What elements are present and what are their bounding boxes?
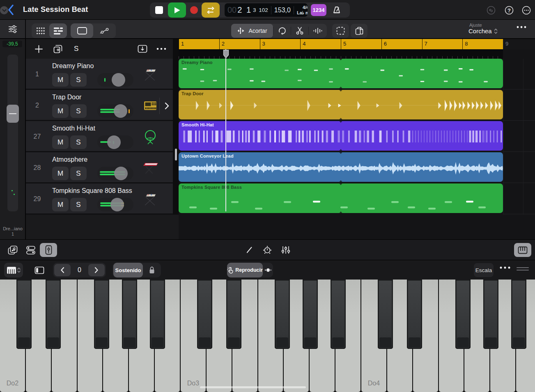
black-key[interactable] — [197, 280, 212, 349]
mute-button[interactable]: M — [52, 167, 69, 180]
toolbar-more-button[interactable] — [516, 25, 527, 29]
track-volume-slider[interactable] — [97, 73, 133, 87]
region-bass-dashes[interactable]: Tompkins Square 808 Bass — [179, 183, 503, 213]
drawer-resize-handle[interactable] — [517, 267, 529, 271]
solo-button[interactable]: S — [70, 73, 87, 87]
track-icon[interactable] — [140, 98, 161, 114]
track-header-row[interactable]: 1 Dreamy Piano M S — [26, 59, 173, 90]
pencil-tool-button[interactable] — [241, 243, 258, 257]
title-menu-button[interactable] — [0, 6, 8, 14]
black-key[interactable] — [226, 280, 241, 349]
mute-button[interactable]: M — [52, 135, 69, 149]
solo-button[interactable]: S — [70, 135, 87, 149]
track-header-row[interactable]: 28 Atmosphere M S — [26, 152, 173, 183]
lcd-display[interactable]: 00 2 1 3 102 153,0 4/4 La♭ men — [225, 3, 308, 17]
timeline-ruler[interactable]: 123456789 — [179, 39, 535, 49]
track-icon[interactable] — [140, 191, 161, 208]
region-midi-dashes[interactable]: Dreamy Piano — [179, 59, 503, 88]
count-in-button[interactable]: 1234 — [311, 4, 326, 16]
sustain-lock-button[interactable] — [143, 266, 161, 274]
solo-header-label[interactable]: S — [74, 45, 78, 53]
playhead-handle[interactable] — [223, 50, 230, 59]
metronome-button[interactable] — [328, 3, 345, 17]
track-volume-slider[interactable] — [97, 167, 133, 180]
track-more-icon[interactable] — [156, 48, 166, 50]
mute-button[interactable]: M — [52, 104, 69, 118]
black-key[interactable] — [378, 280, 393, 349]
track-volume-slider[interactable] — [97, 104, 133, 118]
keyboard-toggle-button[interactable] — [514, 243, 531, 257]
piano-keyboard[interactable]: Do2Do3Do4 — [0, 280, 535, 392]
loop-region-button[interactable] — [273, 24, 291, 38]
black-key[interactable] — [122, 280, 137, 349]
black-key[interactable] — [46, 280, 61, 349]
mute-button[interactable]: M — [52, 73, 69, 87]
black-key[interactable] — [511, 280, 526, 349]
black-key[interactable] — [94, 280, 109, 349]
track-name[interactable]: Smooth Hi-Hat — [52, 125, 95, 132]
region-waveform[interactable]: Uptown Conveyor Lead — [179, 152, 503, 182]
automation-tool-button[interactable] — [93, 23, 116, 38]
black-key[interactable] — [407, 280, 422, 349]
mute-button[interactable]: M — [52, 198, 69, 211]
marquee-button[interactable] — [332, 24, 349, 38]
master-volume-handle[interactable] — [7, 105, 19, 123]
black-key[interactable] — [331, 280, 346, 349]
keyboard-more-button[interactable] — [499, 266, 511, 269]
black-key[interactable] — [16, 280, 32, 349]
volume-knob[interactable] — [107, 135, 121, 149]
black-key[interactable] — [150, 280, 165, 349]
undo-button[interactable] — [487, 6, 496, 15]
volume-knob[interactable] — [114, 167, 128, 180]
track-icon[interactable] — [140, 66, 161, 83]
black-key[interactable] — [455, 280, 471, 349]
track-header-row[interactable]: 29 Tompkins Square 808 Bass M S — [26, 183, 173, 215]
octave-down-button[interactable] — [54, 264, 71, 276]
track-volume-slider[interactable] — [97, 135, 133, 149]
track-detail-chevron[interactable] — [161, 98, 172, 114]
back-button[interactable] — [7, 5, 14, 15]
solo-button[interactable]: S — [70, 167, 87, 180]
play-mode-button[interactable]: Reproducir — [227, 263, 263, 277]
paste-button[interactable] — [351, 24, 367, 38]
solo-button[interactable]: S — [70, 198, 87, 211]
track-header-row[interactable]: 27 Smooth Hi-Hat M S — [26, 121, 173, 152]
mixer-button[interactable] — [277, 243, 294, 257]
browser-button[interactable] — [22, 243, 39, 257]
trim-button[interactable]: Acortar — [231, 24, 273, 38]
level-faders-icon[interactable] — [8, 25, 18, 34]
keyboard-type-button[interactable] — [4, 263, 23, 277]
glide-mode-button[interactable] — [263, 268, 273, 273]
track-header-row[interactable]: 2 Trap Door M S — [26, 90, 173, 121]
record-button[interactable] — [186, 2, 202, 18]
sustain-button[interactable]: Sostenido — [113, 263, 143, 277]
region-hihat-bars[interactable]: Smooth Hi-Hat — [179, 121, 503, 151]
stop-button[interactable] — [150, 2, 168, 18]
track-name[interactable]: Atmosphere — [52, 156, 87, 163]
gain-button[interactable] — [309, 24, 327, 38]
help-button[interactable]: ? — [505, 6, 514, 15]
grid-view-button[interactable] — [32, 23, 49, 38]
hide-tracks-icon[interactable] — [138, 45, 147, 53]
region-trim-handle[interactable] — [175, 149, 177, 160]
track-name[interactable]: Dreamy Piano — [52, 62, 94, 70]
volume-knob[interactable] — [112, 73, 125, 87]
region-drum-hits[interactable]: Trap Door — [179, 90, 503, 119]
add-track-icon[interactable] — [35, 45, 43, 53]
select-tool-button[interactable] — [71, 23, 93, 38]
keyboard-panel-button[interactable] — [32, 263, 47, 277]
duplicate-track-icon[interactable] — [53, 45, 62, 53]
loops-browser-button[interactable] — [4, 243, 21, 257]
track-icon[interactable] — [140, 160, 161, 177]
more-button[interactable] — [522, 6, 531, 15]
volume-knob[interactable] — [114, 104, 127, 118]
track-name[interactable]: Tompkins Square 808 Bass — [52, 187, 132, 195]
plugin-panel-button[interactable] — [40, 243, 57, 257]
black-key[interactable] — [303, 280, 318, 349]
tuner-button[interactable] — [259, 243, 276, 257]
black-key[interactable] — [483, 280, 498, 349]
solo-button[interactable]: S — [70, 104, 87, 118]
snap-setting[interactable]: Ajuste Corchea — [468, 23, 498, 34]
track-icon[interactable] — [140, 129, 161, 145]
split-button[interactable] — [291, 24, 308, 38]
